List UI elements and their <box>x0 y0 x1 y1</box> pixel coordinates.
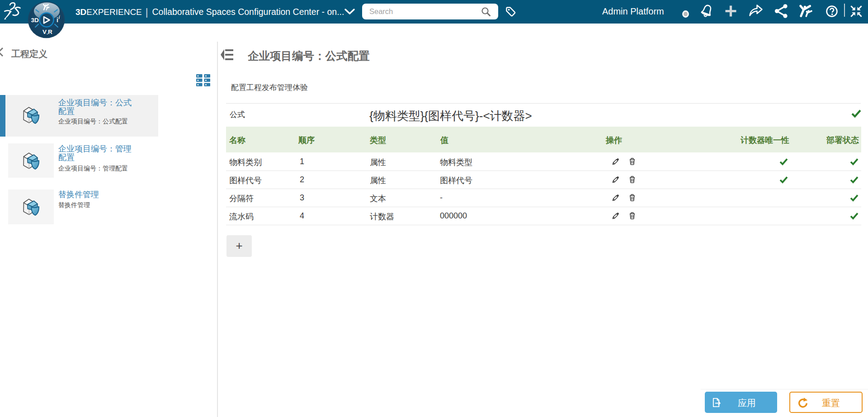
svg-text:i: i <box>57 16 58 24</box>
svg-text:i: i <box>59 15 60 20</box>
svg-text:V.R: V.R <box>42 28 52 35</box>
svg-text:3D: 3D <box>31 17 39 24</box>
